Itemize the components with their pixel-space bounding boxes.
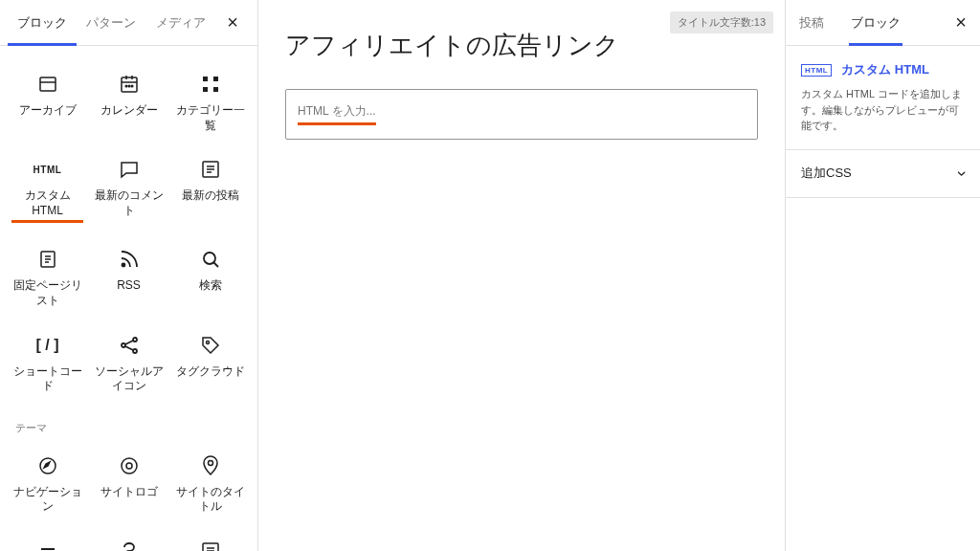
block-label: カスタム HTML xyxy=(11,188,83,223)
block-site-title[interactable]: サイトのタイトル xyxy=(170,443,250,526)
block-shortcode[interactable]: [ / ] ショートコード xyxy=(8,322,87,406)
custom-html-block[interactable]: HTML を入力... xyxy=(285,89,758,140)
block-card-description: カスタム HTML コードを追加します。編集しながらプレビューが可能です。 xyxy=(801,86,965,134)
svg-point-33 xyxy=(208,460,212,465)
svg-point-31 xyxy=(122,458,137,474)
block-label: アーカイブ xyxy=(19,103,77,119)
settings-panel: 投稿 ブロック × HTML カスタム HTML カスタム HTML コードを追… xyxy=(785,0,980,551)
block-posts-list[interactable]: 投稿一覧 xyxy=(170,528,250,551)
block-calendar[interactable]: カレンダー xyxy=(89,61,168,144)
svg-line-28 xyxy=(125,346,133,350)
block-navigation[interactable]: ナビゲーション xyxy=(8,443,87,526)
post-list-icon xyxy=(199,158,222,181)
svg-line-27 xyxy=(125,341,133,344)
post-title[interactable]: アフィリエイトの広告リンク xyxy=(285,29,758,62)
loop-icon xyxy=(118,540,141,551)
block-card: HTML カスタム HTML カスタム HTML コードを追加します。編集しなが… xyxy=(786,46,980,150)
block-label: RSS xyxy=(117,278,141,294)
block-label: 固定ページリスト xyxy=(11,278,83,308)
shortcode-icon: [ / ] xyxy=(36,334,59,357)
share-icon xyxy=(118,334,141,357)
block-site-logo[interactable]: サイトロゴ xyxy=(89,443,168,526)
archive-icon xyxy=(36,73,59,96)
svg-rect-9 xyxy=(203,77,208,81)
settings-tabs: 投稿 ブロック × xyxy=(786,0,980,46)
svg-point-21 xyxy=(122,264,124,267)
settings-close-button[interactable]: × xyxy=(946,11,980,33)
tag-icon xyxy=(199,334,222,357)
map-pin-icon xyxy=(199,454,222,477)
calendar-icon xyxy=(118,73,141,96)
svg-rect-11 xyxy=(203,87,208,92)
svg-point-22 xyxy=(204,253,215,264)
post-list-icon xyxy=(199,540,222,551)
svg-rect-36 xyxy=(203,543,218,551)
block-page-list[interactable]: 固定ページリスト xyxy=(8,236,87,320)
block-social-icons[interactable]: ソーシャルアイコン xyxy=(89,322,168,406)
block-inserter-panel: ブロック パターン メディア × アーカイブ カレンダー カテゴリー一覧 HTM… xyxy=(0,0,258,551)
tagline-icon xyxy=(36,540,59,551)
widget-blocks-grid: アーカイブ カレンダー カテゴリー一覧 HTML カスタム HTML 最新のコメ… xyxy=(8,61,250,406)
compass-icon xyxy=(36,454,59,477)
block-tag-cloud[interactable]: タグクラウド xyxy=(170,322,250,406)
svg-rect-0 xyxy=(40,77,56,91)
svg-point-8 xyxy=(131,85,133,87)
additional-css-panel[interactable]: 追加CSS › xyxy=(786,150,980,198)
editor-canvas: タイトル文字数:13 アフィリエイトの広告リンク HTML を入力... xyxy=(258,0,785,551)
search-icon xyxy=(199,248,222,271)
tab-media[interactable]: メディア xyxy=(146,1,215,45)
block-rss[interactable]: RSS xyxy=(89,236,168,320)
tab-blocks[interactable]: ブロック xyxy=(8,1,77,45)
tab-patterns[interactable]: パターン xyxy=(77,1,145,45)
block-label: 検索 xyxy=(199,278,222,294)
svg-point-24 xyxy=(133,338,137,342)
additional-css-label: 追加CSS xyxy=(801,165,852,182)
block-custom-html[interactable]: HTML カスタム HTML xyxy=(8,146,87,234)
settings-tab-post[interactable]: 投稿 xyxy=(786,1,837,45)
comment-icon xyxy=(118,158,141,181)
svg-rect-10 xyxy=(213,77,218,81)
block-search[interactable]: 検索 xyxy=(170,236,250,320)
block-label: 最新のコメント xyxy=(93,188,165,218)
svg-point-6 xyxy=(125,85,127,87)
inserter-close-button[interactable]: × xyxy=(215,11,250,33)
block-label: カテゴリー一覧 xyxy=(174,103,246,133)
section-heading-theme: テーマ xyxy=(8,406,250,443)
title-character-count: タイトル文字数:13 xyxy=(670,11,773,33)
block-card-name: カスタム HTML xyxy=(841,61,929,78)
html-badge-icon: HTML xyxy=(801,64,832,77)
svg-line-23 xyxy=(213,263,218,268)
svg-point-25 xyxy=(122,343,125,347)
block-card-header: HTML カスタム HTML xyxy=(801,61,965,78)
block-label: ソーシャルアイコン xyxy=(93,364,165,394)
theme-blocks-grid: ナビゲーション サイトロゴ サイトのタイトル サイトのキャッチフレーズ クエリー… xyxy=(8,443,250,551)
rss-icon xyxy=(118,248,141,271)
svg-point-32 xyxy=(126,463,132,469)
block-label: カレンダー xyxy=(100,103,158,119)
svg-point-7 xyxy=(128,85,130,87)
block-categories[interactable]: カテゴリー一覧 xyxy=(170,61,250,144)
inserter-tabs: ブロック パターン メディア × xyxy=(0,0,257,46)
block-site-tagline[interactable]: サイトのキャッチフレーズ xyxy=(8,528,87,551)
block-label: ショートコード xyxy=(11,364,83,394)
html-icon: HTML xyxy=(36,158,59,181)
block-latest-comments[interactable]: 最新のコメント xyxy=(89,146,168,234)
block-archive[interactable]: アーカイブ xyxy=(8,61,87,144)
page-list-icon xyxy=(36,248,59,271)
settings-tab-block[interactable]: ブロック xyxy=(837,1,914,45)
block-label: サイトのタイトル xyxy=(174,485,246,515)
chevron-down-icon: › xyxy=(952,170,972,176)
block-label: 最新の投稿 xyxy=(182,188,239,204)
block-label: タグクラウド xyxy=(176,364,245,380)
inserter-body: アーカイブ カレンダー カテゴリー一覧 HTML カスタム HTML 最新のコメ… xyxy=(0,46,257,551)
block-label: ナビゲーション xyxy=(11,485,83,515)
svg-point-26 xyxy=(133,349,137,353)
block-label: サイトロゴ xyxy=(100,485,158,500)
logo-icon xyxy=(118,454,141,477)
svg-point-29 xyxy=(206,341,209,343)
block-latest-posts[interactable]: 最新の投稿 xyxy=(170,146,250,234)
block-query-loop[interactable]: クエリーループ xyxy=(89,528,168,551)
svg-rect-12 xyxy=(213,87,218,92)
categories-icon xyxy=(199,73,222,96)
html-placeholder: HTML を入力... xyxy=(298,103,376,125)
